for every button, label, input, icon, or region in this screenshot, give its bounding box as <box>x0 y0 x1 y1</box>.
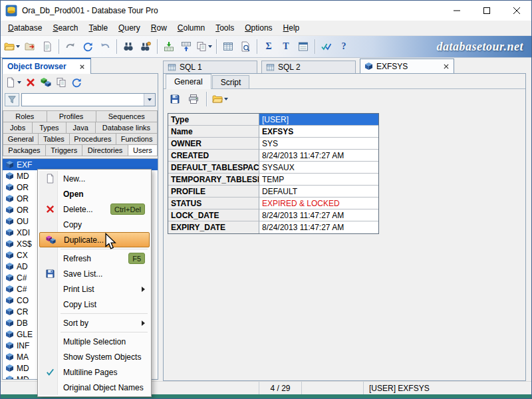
filter-button[interactable] <box>5 93 19 106</box>
save-icon <box>170 94 180 104</box>
menu-search[interactable]: Search <box>47 21 83 35</box>
menu-row[interactable]: Row <box>146 21 172 35</box>
menu-item-copy[interactable]: Copy <box>39 217 150 232</box>
copy-object-button[interactable] <box>54 75 68 90</box>
category-tab-procedures[interactable]: Procedures <box>69 133 117 145</box>
category-tab-users[interactable]: Users <box>128 144 158 156</box>
grid-value-lock-date[interactable]: 8/24/2013 11:47:27 AM <box>259 209 378 221</box>
menu-item-copy-list[interactable]: Copy List <box>39 297 150 312</box>
menu-help[interactable]: Help <box>278 21 305 35</box>
combo-dropdown-button[interactable] <box>144 94 155 106</box>
menu-table[interactable]: Table <box>83 21 113 35</box>
close-tab-icon[interactable] <box>443 63 450 70</box>
close-panel-icon[interactable] <box>78 63 86 70</box>
import-button[interactable] <box>160 38 178 55</box>
menu-item-multiple-selection[interactable]: Multiple Selection <box>39 334 150 349</box>
menu-item-label: New... <box>63 174 145 184</box>
menu-options[interactable]: Options <box>239 21 277 35</box>
grid-value-default-tablespace[interactable]: SYSAUX <box>259 162 378 174</box>
open-in-editor-button[interactable] <box>211 90 229 108</box>
document-tab-sql-2[interactable]: SQL 2 <box>261 61 356 74</box>
maximize-icon <box>483 7 490 14</box>
find-button[interactable] <box>120 38 137 55</box>
menu-item-original-object-names[interactable]: Original Object Names <box>39 380 150 395</box>
menu-item-duplicate[interactable]: Duplicate... <box>39 232 150 247</box>
category-tab-roles[interactable]: Roles <box>3 110 47 122</box>
menu-separator <box>61 249 148 249</box>
objects-button[interactable] <box>39 75 53 90</box>
menu-item-delete[interactable]: Delete...Ctrl+Del <box>39 201 150 217</box>
category-tab-tables[interactable]: Tables <box>38 133 69 145</box>
open-sql-file-button[interactable] <box>39 38 56 55</box>
maximize-button[interactable] <box>471 1 501 21</box>
document-tab-sql-1[interactable]: SQL 1 <box>163 61 257 74</box>
category-tab-sequences[interactable]: Sequences <box>96 110 158 122</box>
grid-value-name[interactable]: EXFSYS <box>259 126 378 138</box>
menu-item-multiline-pages[interactable]: Multiline Pages <box>39 364 150 380</box>
category-tab-profiles[interactable]: Profiles <box>47 110 96 122</box>
close-database-button[interactable] <box>21 38 39 55</box>
undo-button[interactable] <box>96 38 114 55</box>
grid-value-profile[interactable]: DEFAULT <box>259 186 378 198</box>
category-tab-triggers[interactable]: Triggers <box>45 144 83 156</box>
grid-value-created[interactable]: 8/24/2013 11:47:27 AM <box>259 150 378 162</box>
grid-value-expiry-date[interactable]: 8/24/2013 11:47:27 AM <box>259 221 378 233</box>
menu-column[interactable]: Column <box>172 21 210 35</box>
category-tab-java[interactable]: Java <box>66 122 96 134</box>
detail-tab-general[interactable]: General <box>166 74 211 89</box>
detail-tab-script[interactable]: Script <box>212 75 250 88</box>
new-object-button[interactable] <box>4 75 23 90</box>
category-tab-database-links[interactable]: Database links <box>95 122 158 134</box>
minimize-button[interactable] <box>442 1 471 21</box>
grid-value-type[interactable]: [USER] <box>259 114 378 126</box>
report-button[interactable] <box>219 38 237 55</box>
redo-button[interactable] <box>62 38 79 55</box>
filter-combobox[interactable] <box>21 93 156 106</box>
menu-item-print-list[interactable]: Print List <box>39 281 150 297</box>
document-tab-exfsys[interactable]: EXFSYS <box>360 59 454 74</box>
grid-view-button[interactable] <box>295 38 312 55</box>
close-button[interactable] <box>501 1 531 21</box>
refresh-button[interactable] <box>79 38 96 55</box>
object-browser-tab[interactable]: Object Browser <box>2 58 91 74</box>
text-view-button[interactable]: T <box>277 38 295 55</box>
cube-icon <box>5 194 14 203</box>
category-tab-general[interactable]: General <box>3 133 39 145</box>
menu-item-show-system-objects[interactable]: Show System Objects <box>39 349 150 364</box>
menu-database[interactable]: Database <box>3 21 47 35</box>
menu-item-label: Copy List <box>63 300 145 309</box>
help-button[interactable]: ? <box>335 38 352 55</box>
grid-value-status[interactable]: EXPIRED & LOCKED <box>259 198 378 209</box>
refresh-objects-button[interactable] <box>69 75 84 90</box>
validate-sql-button[interactable] <box>318 38 335 55</box>
menu-item-open[interactable]: Open <box>39 186 150 201</box>
dropdown-caret-icon <box>17 81 21 84</box>
print-preview-button[interactable] <box>237 38 254 55</box>
grid-value-owner[interactable]: SYS <box>259 138 378 150</box>
delete-object-button[interactable] <box>23 75 38 90</box>
export-button[interactable] <box>178 38 195 55</box>
object-label: OR <box>17 183 29 192</box>
aggregate-button[interactable]: Σ <box>260 38 277 55</box>
property-grid: Type[USER]NameEXFSYSOWNERSYSCREATED8/24/… <box>168 113 379 234</box>
copy-data-button[interactable] <box>195 38 213 55</box>
category-tab-types[interactable]: Types <box>32 122 66 134</box>
category-tab-functions[interactable]: Functions <box>116 133 158 145</box>
find-settings-button[interactable] <box>137 38 154 55</box>
filter-input[interactable] <box>22 94 144 106</box>
category-tab-jobs[interactable]: Jobs <box>3 122 33 134</box>
menu-item-refresh[interactable]: RefreshF5 <box>39 251 150 266</box>
toolbar-separator <box>315 39 315 54</box>
open-database-button[interactable] <box>3 38 21 55</box>
object-label: DB <box>17 319 28 328</box>
print-button[interactable] <box>185 90 202 108</box>
grid-value-temporary-tablespace[interactable]: TEMP <box>259 174 378 186</box>
menu-tools[interactable]: Tools <box>210 21 239 35</box>
menu-query[interactable]: Query <box>113 21 146 35</box>
save-button[interactable] <box>166 90 184 108</box>
menu-item-save-list[interactable]: Save List... <box>39 266 150 281</box>
category-tab-packages[interactable]: Packages <box>3 144 46 156</box>
menu-item-new[interactable]: New... <box>39 171 150 186</box>
menu-item-sort-by[interactable]: Sort by <box>39 315 150 331</box>
category-tab-directories[interactable]: Directories <box>82 144 128 156</box>
